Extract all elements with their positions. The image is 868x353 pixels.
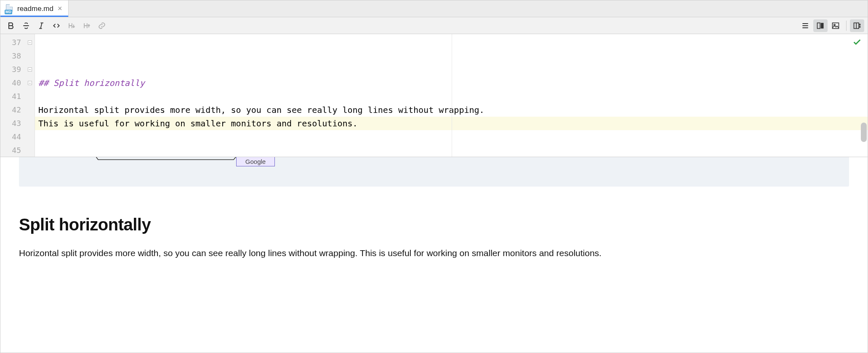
code-line[interactable]: This is useful for working on smaller mo… [35,117,868,130]
line-number: 39− [0,63,35,76]
svg-rect-0 [817,23,820,28]
table-of-contents-button[interactable] [798,19,812,32]
code-line[interactable] [38,90,864,103]
line-number-gutter: 37−3839−40−4142434445 [0,34,35,157]
code-line[interactable]: Horizontal split provides more width, so… [38,103,864,117]
code-line[interactable] [38,144,864,157]
line-number: 37− [0,36,35,49]
line-number: 40− [0,76,35,90]
line-number: 45 [0,144,35,157]
image-button[interactable] [828,19,843,32]
line-number: 38 [0,49,35,63]
preview-pane: Google Split horizontally Horizontal spl… [0,157,868,353]
editor-preview-button[interactable] [813,19,828,32]
diagram-node-label: Google [245,158,266,165]
code-line[interactable]: ## Split horizontally [38,76,864,90]
preview-paragraph: Horizontal split provides more width, so… [19,247,849,259]
header-increase-button[interactable] [80,19,94,32]
tab-label: readme.md [17,5,53,13]
line-number: 43 [0,117,35,130]
line-number: 44 [0,130,35,144]
diagram-node: Google [236,157,275,166]
tab-bar: MD readme.md × [0,0,868,17]
markdown-file-icon: MD [5,4,14,13]
fold-toggle-icon[interactable]: − [28,40,32,45]
bold-button[interactable] [4,19,18,32]
toolbar-divider [846,21,847,31]
close-icon[interactable]: × [57,4,63,13]
column-guide [452,34,452,157]
diagram-block: Google [19,157,849,187]
source-editor-pane: 37−3839−40−4142434445 ## Split horizonta… [0,34,868,157]
strikethrough-button[interactable] [19,19,33,32]
tab-readme[interactable]: MD readme.md × [0,0,69,17]
header-decrease-button[interactable] [64,19,79,32]
line-number: 42 [0,103,35,117]
code-line[interactable] [38,130,864,144]
svg-rect-2 [833,23,839,28]
preview-heading: Split horizontally [19,215,849,234]
scrollbar-thumb[interactable] [861,123,867,142]
formatting-toolbar [0,17,868,34]
app-window: MD readme.md × [0,0,868,353]
code-area[interactable]: ## Split horizontallyHorizontal split pr… [35,34,868,157]
line-number: 41 [0,90,35,103]
fold-toggle-icon[interactable]: − [28,67,32,72]
problems-ok-icon[interactable] [852,37,862,48]
italic-button[interactable] [34,19,48,32]
split-layout-button[interactable] [850,19,864,32]
link-button[interactable] [95,19,109,32]
svg-rect-1 [821,23,824,28]
fold-toggle-icon[interactable]: − [28,81,32,85]
code-button[interactable] [49,19,64,32]
